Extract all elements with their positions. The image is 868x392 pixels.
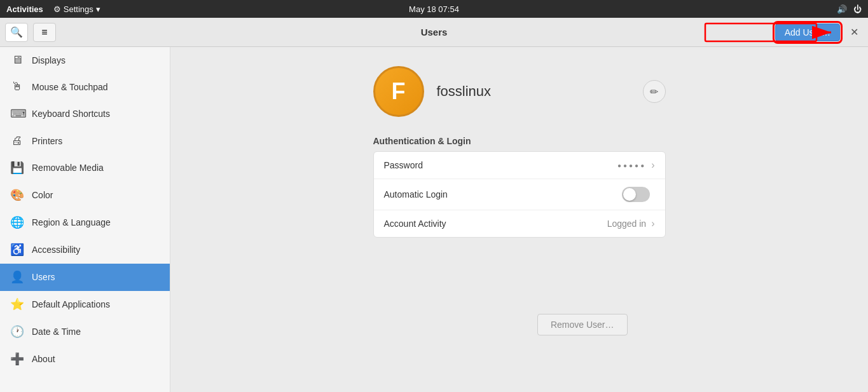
close-icon: ✕ [850, 26, 858, 38]
users-icon: 👤 [10, 270, 24, 284]
auth-section-title: Authentication & Login [373, 136, 666, 146]
account-activity-label: Account Activity [384, 219, 607, 229]
sidebar-item-keyboard-shortcuts[interactable]: ⌨ Keyboard Shortcuts [0, 100, 170, 128]
automatic-login-row[interactable]: Automatic Login [374, 179, 665, 210]
sidebar-item-label: About [32, 354, 55, 364]
region-icon: 🌐 [10, 215, 24, 229]
media-icon: 💾 [10, 161, 24, 175]
displays-icon: 🖥 [10, 53, 24, 67]
sidebar-item-label: Color [32, 190, 53, 200]
activities-button[interactable]: Activities [6, 4, 43, 14]
edit-user-button[interactable]: ✏ [643, 80, 666, 103]
sidebar-item-label: Accessibility [32, 245, 80, 255]
sidebar-item-color[interactable]: 🎨 Color [0, 182, 170, 209]
sidebar-item-accessibility[interactable]: ♿ Accessibility [0, 236, 170, 264]
sidebar-item-displays[interactable]: 🖥 Displays [0, 47, 170, 74]
search-icon: 🔍 [10, 26, 23, 38]
mouse-icon: 🖱 [10, 80, 24, 93]
user-profile: F fosslinux ✏ [373, 66, 666, 117]
sidebar-item-label: Keyboard Shortcuts [32, 109, 110, 119]
topbar-right: 🔊 ⏻ [837, 4, 862, 14]
menu-button[interactable]: ≡ [33, 23, 56, 42]
sidebar-item-date-time[interactable]: 🕐 Date & Time [0, 318, 170, 346]
sidebar-item-printers[interactable]: 🖨 Printers [0, 128, 170, 154]
add-user-button[interactable]: Add User… [775, 24, 840, 41]
username: fosslinux [437, 83, 492, 100]
sidebar-item-label: Default Applications [32, 299, 110, 309]
topbar-left: Activities ⚙ Settings ▾ [6, 4, 100, 14]
password-chevron-icon: › [651, 159, 654, 171]
sidebar-item-region-language[interactable]: 🌐 Region & Language [0, 209, 170, 236]
star-icon: ⭐ [10, 297, 24, 311]
sidebar-item-label: Mouse & Touchpad [32, 82, 108, 92]
settings-menu-label: Settings [64, 4, 93, 14]
about-icon: ➕ [10, 352, 24, 366]
keyboard-icon: ⌨ [10, 107, 24, 121]
auth-list: Password ●●●●● › Automatic Login Account… [373, 151, 666, 238]
hamburger-icon: ≡ [41, 27, 47, 38]
sidebar-item-mouse-touchpad[interactable]: 🖱 Mouse & Touchpad [0, 74, 170, 100]
toggle-knob [623, 188, 636, 201]
avatar: F [373, 66, 424, 117]
sidebar-item-about[interactable]: ➕ About [0, 346, 170, 373]
color-icon: 🎨 [10, 188, 24, 202]
sidebar-item-label: Removable Media [32, 163, 104, 173]
auth-section: Authentication & Login Password ●●●●● › … [373, 136, 666, 238]
remove-user-button[interactable]: Remove User… [537, 314, 628, 335]
close-button[interactable]: ✕ [845, 24, 863, 41]
pencil-icon: ✏ [650, 86, 658, 98]
password-row[interactable]: Password ●●●●● › [374, 152, 665, 179]
sidebar-item-label: Displays [32, 55, 65, 65]
settings-window: 🔍 ≡ Users Add User… ✕ [0, 18, 868, 392]
clock-icon: 🕐 [10, 325, 24, 339]
sidebar-item-users[interactable]: 👤 Users [0, 264, 170, 291]
topbar-datetime: May 18 07:54 [409, 4, 459, 14]
settings-menu-button[interactable]: ⚙ Settings ▾ [53, 4, 100, 14]
power-icon[interactable]: ⏻ [853, 4, 862, 14]
headerbar-right: Add User… ✕ [775, 24, 863, 41]
actions-bar: Remove User… [373, 276, 666, 335]
sidebar-item-default-applications[interactable]: ⭐ Default Applications [0, 291, 170, 318]
settings-gear-icon: ⚙ [53, 4, 61, 14]
volume-icon: 🔊 [837, 4, 847, 14]
automatic-login-label: Automatic Login [384, 189, 622, 199]
window-title: Users [421, 27, 448, 37]
account-activity-chevron-icon: › [651, 218, 654, 229]
topbar: Activities ⚙ Settings ▾ May 18 07:54 🔊 ⏻ [0, 0, 868, 18]
printer-icon: 🖨 [10, 134, 24, 147]
accessibility-icon: ♿ [10, 243, 24, 257]
account-activity-value: Logged in [607, 219, 647, 229]
search-button[interactable]: 🔍 [5, 23, 28, 42]
password-label: Password [384, 160, 617, 170]
sidebar-item-label: Region & Language [32, 217, 111, 227]
sidebar-item-label: Date & Time [32, 327, 81, 337]
settings-dropdown-icon: ▾ [96, 4, 100, 14]
automatic-login-toggle[interactable] [622, 187, 650, 202]
window-body: 🖥 Displays 🖱 Mouse & Touchpad ⌨ Keyboard… [0, 47, 868, 392]
sidebar-item-label: Users [32, 272, 55, 282]
main-content: F fosslinux ✏ Authentication & Login Pas… [170, 47, 868, 392]
headerbar: 🔍 ≡ Users Add User… ✕ [0, 18, 868, 47]
account-activity-row[interactable]: Account Activity Logged in › [374, 210, 665, 237]
sidebar-item-label: Printers [32, 136, 62, 146]
password-value: ●●●●● [617, 162, 646, 169]
sidebar-item-removable-media[interactable]: 💾 Removable Media [0, 154, 170, 182]
sidebar: 🖥 Displays 🖱 Mouse & Touchpad ⌨ Keyboard… [0, 47, 170, 392]
